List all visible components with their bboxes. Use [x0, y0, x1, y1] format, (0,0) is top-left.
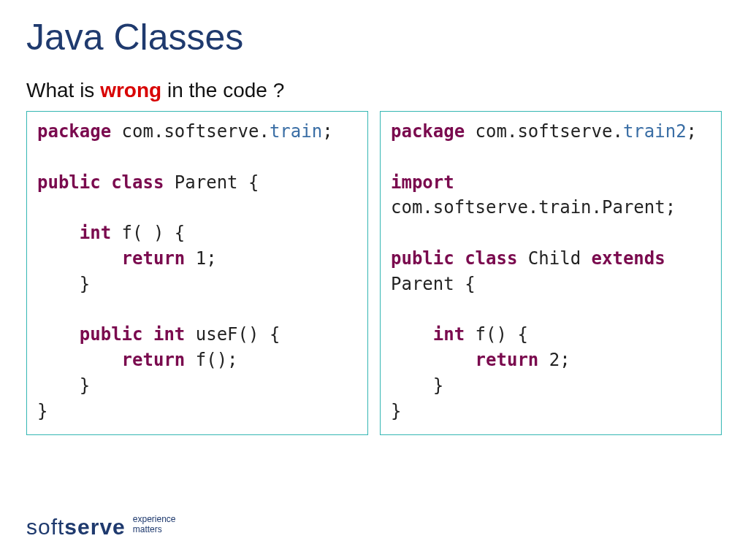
brand-logo: softserve [26, 516, 126, 538]
code-right: package com.softserve.train2; import com… [391, 119, 711, 424]
footer: softserve experience matters [26, 515, 176, 538]
slide-title: Java Classes [26, 16, 722, 58]
code-box-right: package com.softserve.train2; import com… [380, 111, 722, 435]
code-columns: package com.softserve.train; public clas… [26, 111, 722, 435]
tagline-2: matters [133, 525, 176, 535]
question-prefix: What is [26, 79, 100, 101]
code-box-left: package com.softserve.train; public clas… [26, 111, 368, 435]
tagline-1: experience [133, 515, 176, 525]
brand-tagline: experience matters [133, 515, 176, 538]
question-emphasis: wrong [100, 79, 161, 101]
logo-serve: serve [64, 515, 125, 539]
logo-soft: soft [26, 515, 64, 539]
code-left: package com.softserve.train; public clas… [37, 119, 357, 424]
question-text: What is wrong in the code ? [26, 79, 722, 102]
question-suffix: in the code ? [161, 79, 284, 101]
